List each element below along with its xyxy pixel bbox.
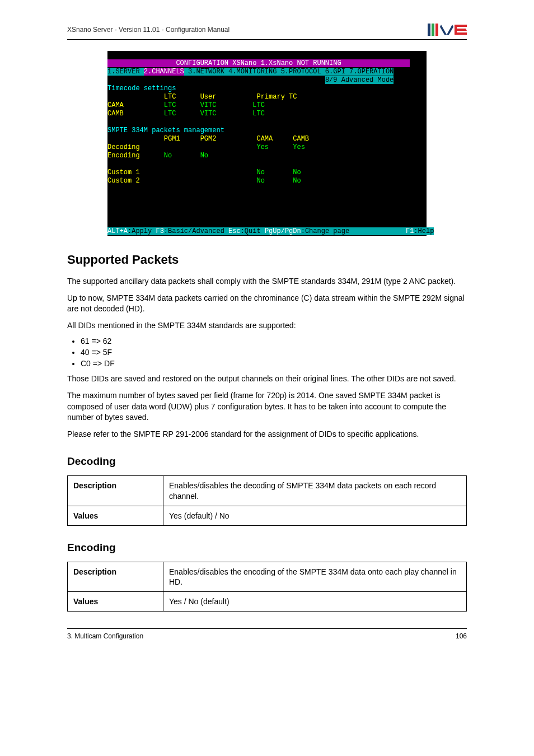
tc-row-camb: CAMB LTC VITC LTC [107,110,265,118]
supported-p2: Up to now, SMPTE 334M data packets carri… [67,293,467,315]
page-header: XSnano Server - Version 11.01 - Configur… [67,22,467,40]
decoding-values-value: Yes (default) / No [163,506,467,525]
evs-logo-svg [428,22,467,37]
svg-rect-1 [432,24,434,36]
supported-p5: The maximum number of bytes saved per fi… [67,390,467,423]
encoding-table: Description Enables/disables the encodin… [67,562,467,612]
smpte-cols: PGM1 PGM2 CAMA CAMB [107,135,309,143]
supported-p4: Those DIDs are saved and restored on the… [67,374,467,385]
smpte-heading: SMPTE 334M packets management [107,127,224,134]
terminal-tabs: 1.SERVER 2.CHANNELS 3.NETWORK 4.MONITORI… [107,68,394,76]
evs-logo [428,22,467,37]
header-title: XSnano Server - Version 11.01 - Configur… [67,26,229,34]
decoding-desc-label: Description [68,476,163,506]
supported-p6: Please refer to the SMPTE RP 291-2006 st… [67,429,467,440]
smpte-encoding: Encoding No No [107,152,208,160]
did-item-2: 40 => 5F [81,348,467,357]
did-item-1: 61 => 62 [81,337,467,346]
footer-section: 3. Multicam Configuration [67,632,143,640]
tc-row-cama: CAMA LTC VITC LTC [107,101,265,109]
decoding-desc-value: Enables/disables the decoding of SMPTE 3… [163,476,467,506]
smpte-custom2: Custom 2 No No [107,177,301,185]
smpte-decoding: Decoding Yes Yes [107,143,305,151]
smpte-custom1: Custom 1 No No [107,169,301,176]
decoding-heading: Decoding [67,455,467,468]
terminal-screenshot: CONFIGURATION XSNano 1.XsNano NOT RUNNIN… [107,51,427,236]
terminal-statusbar: ALT+A:Apply F3:Basic/Advanced Esc:Quit P… [107,227,434,235]
decoding-values-label: Values [68,506,163,525]
svg-rect-2 [435,24,438,36]
tc-heading: Timecode settings [107,85,176,92]
did-item-3: C0 => DF [81,359,467,368]
svg-rect-0 [428,24,430,36]
footer-page-number: 106 [456,632,467,640]
encoding-values-label: Values [68,592,163,612]
supported-p3: All DIDs mentioned in the SMPTE 334M sta… [67,320,467,332]
encoding-values-value: Yes / No (default) [163,592,467,612]
page-footer: 3. Multicam Configuration 106 [67,628,467,640]
terminal-mode-row: 8/9 Advanced Mode [107,76,394,84]
encoding-heading: Encoding [67,542,467,554]
terminal-title: CONFIGURATION XSNano 1.XsNano NOT RUNNIN… [107,59,410,67]
encoding-desc-label: Description [68,562,163,591]
encoding-desc-value: Enables/disables the encoding of the SMP… [163,562,467,591]
decoding-table: Description Enables/disables the decodin… [67,475,467,526]
did-list: 61 => 62 40 => 5F C0 => DF [67,337,467,368]
supported-p1: The supported ancillary data packets sha… [67,276,467,287]
tab-channels: 2.CHANNELS [144,68,184,76]
tc-cols: LTC User Primary TC [107,93,297,101]
supported-packets-heading: Supported Packets [67,253,467,267]
